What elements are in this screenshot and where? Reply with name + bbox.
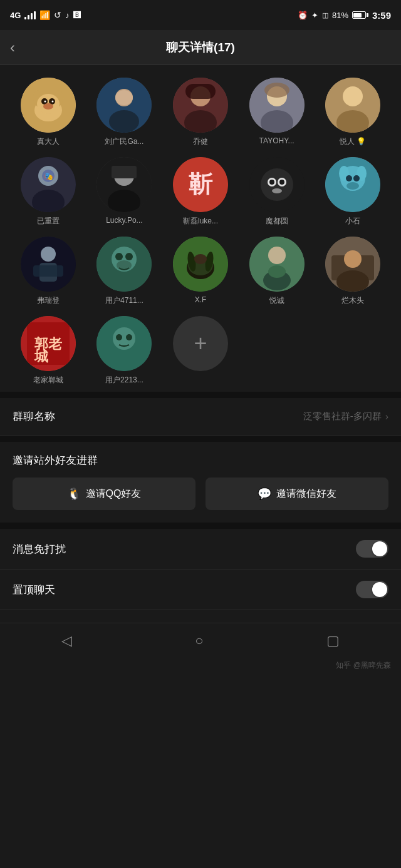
members-grid: 真大人 刘广民Ga... 乔健 TAYOHY... 悦人 💡 (13, 78, 388, 385)
member-name: 老家郸城 (33, 375, 63, 385)
svg-point-69 (268, 265, 286, 278)
bottom-navigation: ◁ ○ ▢ (0, 623, 401, 658)
header: ‹ 聊天详情(17) (0, 30, 401, 65)
svg-point-49 (353, 175, 360, 181)
signal-bars (24, 11, 36, 19)
invite-section: 邀请站外好友进群 🐧 邀请QQ好友 💬 邀请微信好友 (0, 442, 401, 510)
svg-point-9 (51, 101, 53, 103)
group-name-row[interactable]: 群聊名称 泛零售社群-多闪群 › (0, 398, 401, 436)
toggle-knob (372, 582, 387, 597)
member-item[interactable]: TAYOHY... (241, 78, 313, 147)
member-item[interactable]: Lucky.Po... (89, 157, 160, 227)
divider-2 (0, 436, 401, 442)
svg-point-38 (261, 168, 293, 201)
chevron-right-icon: › (385, 411, 388, 422)
member-item[interactable]: 小石 (317, 157, 388, 227)
svg-point-22 (264, 83, 289, 98)
svg-text:🎭: 🎭 (43, 171, 53, 181)
pin-chat-toggle[interactable] (356, 581, 388, 598)
home-nav-icon: ○ (195, 633, 203, 649)
avatar: 靳 (173, 157, 228, 212)
avatar (173, 78, 228, 133)
member-item[interactable]: 靳 靳磊luke... (165, 157, 236, 227)
page-title: 聊天详情(17) (166, 39, 235, 56)
avatar (249, 78, 305, 133)
add-member-button[interactable]: + (173, 316, 228, 371)
battery-icon (352, 11, 368, 19)
battery-percent: 81% (332, 11, 348, 20)
member-item[interactable]: 魔都圆 (241, 157, 313, 227)
add-member-item[interactable]: + + (165, 316, 236, 385)
svg-point-58 (125, 253, 133, 260)
bluetooth-icon: ✦ (311, 11, 318, 20)
group-name-value: 泛零售社群-多闪群 › (303, 411, 388, 422)
svg-point-14 (115, 90, 133, 105)
avatar (21, 237, 76, 292)
member-item[interactable]: 悦诚 (241, 237, 313, 306)
member-name: 用户2213... (105, 375, 143, 385)
invite-title: 邀请站外好友进群 (13, 453, 388, 467)
svg-point-72 (344, 250, 362, 268)
back-nav-button[interactable]: ◁ (61, 633, 72, 649)
member-name: 悦人 💡 (340, 136, 366, 147)
member-item[interactable]: 用户4711... (89, 237, 160, 306)
back-button[interactable]: ‹ (10, 39, 15, 56)
member-name: 烂木头 (341, 295, 364, 306)
member-item[interactable]: 郭老城 老家郸城 (13, 316, 84, 385)
status-left: 4G 📶 ↺ ♪ 🅱 (10, 10, 81, 20)
svg-point-57 (115, 253, 123, 260)
member-name: 乔健 (193, 136, 208, 147)
member-name: 已重置 (37, 216, 60, 227)
invite-qq-button[interactable]: 🐧 邀请QQ好友 (13, 477, 195, 510)
member-item[interactable]: 🎭 已重置 (13, 157, 84, 227)
avatar (21, 78, 76, 133)
member-item[interactable]: X.F (165, 237, 236, 306)
recent-nav-button[interactable]: ▢ (326, 633, 340, 649)
svg-rect-54 (33, 265, 63, 277)
do-not-disturb-row: 消息免打扰 (0, 529, 401, 569)
member-item[interactable]: 悦人 💡 (317, 78, 388, 147)
member-item[interactable]: 乔健 (165, 78, 236, 147)
svg-point-80 (116, 334, 122, 340)
invite-qq-label: 邀请QQ好友 (86, 488, 142, 501)
svg-point-50 (346, 182, 359, 190)
qq-icon: 🐧 (67, 487, 81, 501)
wifi-icon: 📶 (39, 10, 50, 20)
avatar (173, 237, 228, 292)
svg-point-81 (126, 334, 132, 340)
do-not-disturb-toggle[interactable] (356, 540, 388, 558)
member-name: TAYOHY... (259, 136, 294, 145)
wechat-icon: 💬 (258, 487, 271, 501)
invite-wechat-label: 邀请微信好友 (276, 488, 336, 501)
avatar (96, 237, 152, 292)
signal-bar-2 (28, 15, 29, 19)
avatar (249, 157, 305, 212)
do-not-disturb-label: 消息免打扰 (13, 542, 66, 556)
recent-nav-icon: ▢ (326, 633, 340, 649)
svg-point-8 (44, 101, 46, 103)
back-nav-icon: ◁ (61, 633, 72, 649)
avatar (325, 157, 380, 212)
nfc-icon: ◫ (322, 11, 328, 19)
toggle-knob (372, 541, 387, 556)
svg-text:靳: 靳 (189, 171, 213, 197)
signal-bar-3 (31, 13, 33, 19)
member-name: 用户4711... (105, 295, 143, 306)
member-item[interactable]: 刘广民Ga... (89, 78, 160, 147)
group-name-label: 群聊名称 (13, 409, 55, 424)
member-name: Lucky.Po... (106, 216, 142, 225)
home-nav-button[interactable]: ○ (195, 633, 203, 649)
member-item[interactable]: 弗瑞登 (13, 237, 84, 306)
add-placeholder: + (198, 375, 202, 384)
member-item[interactable]: 烂木头 (317, 237, 388, 306)
invite-wechat-button[interactable]: 💬 邀请微信好友 (206, 477, 388, 510)
member-item[interactable]: 用户2213... (89, 316, 160, 385)
member-item[interactable]: 真大人 (13, 78, 84, 147)
member-name: 靳磊luke... (183, 216, 218, 227)
section-divider (0, 392, 401, 398)
status-bar: 4G 📶 ↺ ♪ 🅱 ⏰ ✦ ◫ 81% 3:59 (0, 0, 401, 30)
status-right: ⏰ ✦ ◫ 81% 3:59 (298, 10, 391, 21)
time-display: 3:59 (372, 10, 391, 21)
avatar (96, 157, 152, 212)
invite-buttons: 🐧 邀请QQ好友 💬 邀请微信好友 (13, 477, 388, 510)
